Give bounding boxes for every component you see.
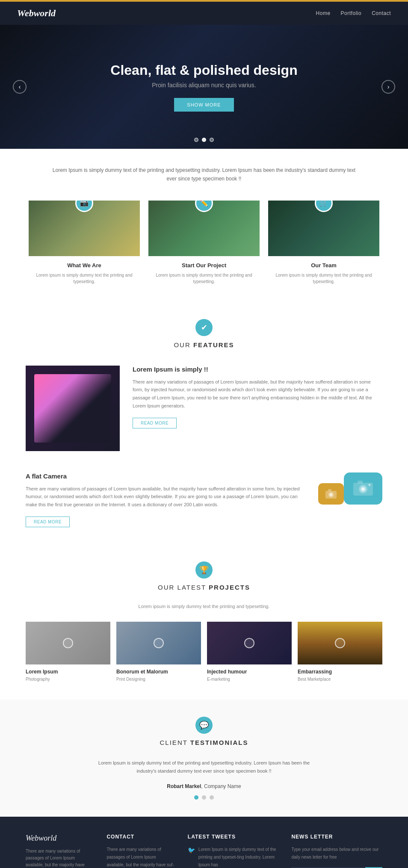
hero-section: ‹ Clean, flat & polished design Proin fa… [0, 25, 408, 149]
project-title-2: Bonorum et Malorum [116, 669, 201, 675]
projects-icon: 🏆 [195, 561, 213, 579]
svg-point-2 [330, 493, 332, 496]
card-2-image: ✏️ [148, 201, 260, 256]
footer-contact-title: CONTACT [106, 834, 174, 840]
project-img-2 [116, 622, 201, 664]
project-item-2: Bonorum et Malorum Print Designing [116, 622, 201, 682]
footer-about-text: There are many variations of passages of… [26, 848, 94, 868]
footer-grid: Webworld There are many variations of pa… [26, 834, 382, 868]
camera-big-icon [344, 472, 382, 505]
project-cat-4: Best Marketplace [298, 677, 331, 682]
features-icon: ✔ [195, 319, 213, 336]
camera-read-more[interactable]: READ MORE [26, 517, 70, 527]
card-2-title: Start Our Project [153, 262, 255, 269]
footer-tweets-col: LATEST TWEETS 🐦 Lorem Ipsum is simply du… [188, 834, 279, 868]
nav-home[interactable]: Home [316, 10, 331, 16]
testimonials-section: 💬 CLIENT TESTIMONIALS Lorem Ipsum is sim… [0, 700, 408, 817]
card-1-icon: 📷 [75, 201, 93, 212]
project-title-3: Injected humour [207, 669, 292, 675]
hero-dot-3[interactable] [210, 138, 214, 142]
footer-tweets-title: LATEST TWEETS [188, 834, 279, 840]
footer-contact-body: There are many variations of passages of… [106, 846, 174, 868]
hero-content: Clean, flat & polished design Proin faci… [110, 62, 297, 112]
project-img-1 [26, 622, 110, 664]
hero-subtitle: Proin facilisis aliquam nunc quis varius… [110, 82, 297, 89]
card-1-image: 📷 [29, 201, 140, 256]
svg-point-9 [369, 484, 371, 486]
card-2: ✏️ Start Our Project Lorem ipsum is simp… [148, 201, 260, 289]
hero-dot-2[interactable] [202, 138, 206, 142]
testimonials-text: Lorem Ipsum is simply dummy text of the … [93, 759, 315, 775]
footer-logo: Webworld [26, 834, 94, 843]
show-more-button[interactable]: SHOW MORE [174, 98, 234, 112]
hero-next-button[interactable]: › [381, 80, 395, 94]
phones-visual [34, 374, 111, 443]
testimonial-dot-3[interactable] [210, 795, 214, 800]
feature-1-title: Lorem Ipsum is simply !! [133, 366, 382, 373]
camera-text: A flat Camera There are many variations … [26, 472, 301, 527]
nav-contact[interactable]: Contact [372, 10, 391, 16]
card-2-icon: ✏️ [195, 201, 213, 212]
project-item-4: Embarrassing Best Marketplace [298, 622, 382, 682]
card-3-icon: 🛒 [315, 201, 333, 212]
intro-text: Lorem Ipsum is simply dummy text of the … [51, 166, 357, 183]
project-search-2 [154, 638, 164, 648]
card-3: 🛒 Our Team Lorem ipsum is simply dummy t… [268, 201, 379, 289]
project-title-4: Embarrassing [298, 669, 382, 675]
card-3-image: 🛒 [268, 201, 379, 256]
project-img-3 [207, 622, 292, 664]
feature-1-body: There are many variations of passages of… [133, 378, 382, 410]
footer-newsletter-title: NEWS LETTER [291, 834, 382, 840]
feature-phones-image [26, 366, 120, 451]
card-1-body: What We Are Lorem ipsum is simply dummy … [29, 256, 140, 289]
card-3-desc: Lorem ipsum is simply dummy text the pri… [272, 272, 375, 285]
footer-newsletter-col: NEWS LETTER Type your email address belo… [291, 834, 382, 868]
hero-dots [194, 138, 214, 142]
project-item-3: Injected humour E-marketing [207, 622, 292, 682]
feature-1-text: Lorem Ipsum is simply !! There are many … [133, 366, 382, 428]
nav-portfolio[interactable]: Portfolio [341, 10, 362, 16]
projects-section: 🏆 OUR LATEST PROJECTS Lorem ipsum is sim… [0, 549, 408, 622]
footer-contact-col: CONTACT There are many variations of pas… [106, 834, 174, 868]
feature-1-read-more[interactable]: READ MORE [133, 418, 177, 428]
card-1-desc: Lorem ipsum is simply dummy text the pri… [33, 272, 136, 285]
testimonial-dot-1[interactable] [194, 795, 198, 800]
card-1-title: What We Are [33, 262, 136, 269]
testimonial-dot-2[interactable] [202, 795, 206, 800]
header: Webworld Home Portfolio Contact [0, 2, 408, 25]
footer-newsletter-text: Type your email address below and recive… [291, 846, 382, 861]
svg-point-7 [362, 488, 364, 490]
features-section: ✔ OUR FEATURES [0, 306, 408, 366]
camera-small-icon [318, 483, 344, 505]
camera-title: A flat Camera [26, 472, 301, 480]
projects-subtitle: Lorem ipsum is simply dummy text the pri… [0, 604, 408, 609]
testimonials-title: CLIENT TESTIMONIALS [26, 739, 382, 746]
projects-grid: Lorem Ipsum Photography Bonorum et Malor… [0, 622, 408, 700]
footer-about-col: Webworld There are many variations of pa… [26, 834, 94, 868]
project-cat-2: Print Designing [116, 677, 145, 682]
project-cat-1: Photography [26, 677, 50, 682]
project-img-4 [298, 622, 382, 664]
camera-body: There are many variations of passages of… [26, 485, 301, 509]
project-search-4 [335, 638, 345, 648]
testimonials-icon: 💬 [195, 717, 213, 734]
camera-icons [314, 472, 382, 505]
testimonial-author: Robart Markel, Company Name [26, 783, 382, 789]
cards-section: 📷 What We Are Lorem ipsum is simply dumm… [0, 196, 408, 306]
project-cat-3: E-marketing [207, 677, 230, 682]
hero-prev-button[interactable]: ‹ [13, 80, 27, 94]
project-title-1: Lorem Ipsum [26, 669, 110, 675]
svg-rect-3 [328, 489, 331, 491]
card-2-desc: Lorem ipsum is simply dummy text the pri… [153, 272, 255, 285]
tweet-item-1: 🐦 Lorem Ipsum is simply dummy text of th… [188, 846, 279, 868]
camera-section: A flat Camera There are many variations … [0, 468, 408, 549]
footer: Webworld There are many variations of pa… [0, 817, 408, 868]
project-item-1: Lorem Ipsum Photography [26, 622, 110, 682]
logo: Webworld [17, 8, 56, 19]
hero-dot-1[interactable] [194, 138, 198, 142]
twitter-icon-1: 🐦 [188, 847, 195, 868]
tweet-text-1: Lorem Ipsum is simply dummy text of the … [198, 846, 279, 868]
card-1: 📷 What We Are Lorem ipsum is simply dumm… [29, 201, 140, 289]
card-2-body: Start Our Project Lorem ipsum is simply … [148, 256, 260, 289]
card-3-title: Our Team [272, 262, 375, 269]
